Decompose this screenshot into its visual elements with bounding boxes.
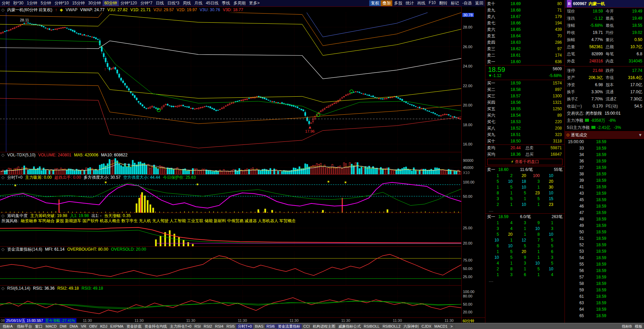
bid-row[interactable]: 买四18.561321 [485, 99, 565, 106]
main-header[interactable]: ◇内蒙一机(60分钟 前复权)↑◆VWAPVWAP: 24.77V1U: 27.… [0, 6, 462, 13]
toolbar-tab-VR[interactable]: VR [79, 324, 88, 328]
分时T+0-header[interactable]: ◇分时T+0主力吸筹: 0.00趁跌出手: 0.00多方强度大小: 30.57空… [0, 174, 462, 180]
toolbar-tab-DMI[interactable]: DMI [58, 324, 68, 328]
pane-collapse-icon[interactable]: ◇ [1, 213, 4, 218]
toolbar-tab-RSIBOLL[interactable]: RSIBOLL [362, 324, 381, 328]
toolbar-tab-窗口[interactable]: 窗口 [34, 324, 44, 329]
toolbar-tab-资金抄底[interactable]: 资金抄底 [125, 324, 143, 329]
level-price[interactable]: 18.50 [500, 138, 521, 144]
main-plot[interactable]: 28.1117.96↑ [0, 13, 461, 152]
level-price[interactable]: 18.65 [500, 26, 521, 33]
toolbar-tab-OBV[interactable]: OBV [88, 324, 99, 328]
level-price[interactable]: 18.54 [500, 112, 521, 119]
level-price[interactable]: 18.58 [500, 86, 521, 93]
toolbar-tab-RSI2[interactable]: RSI2 [202, 324, 214, 328]
bid-row[interactable]: 买二18.58897 [485, 86, 565, 93]
indicator-name[interactable]: VWAP [66, 7, 77, 12]
toolbar-tab-CJDX[interactable]: CJDX [420, 324, 433, 328]
sell-queue-more[interactable]: .... [485, 208, 565, 213]
RSI(6,14,14)-header[interactable]: ◇RSI(6,14,14)RSI1: 36.36RSI2: 49.18RSI3:… [0, 285, 462, 291]
资金流量指标(14,6)-header[interactable]: ◇资金流量指标(14,6)MFI: 61.14OVERBOUGHT: 80.00… [0, 246, 462, 252]
pane-name[interactable]: 资金流量指标(14,6) [7, 247, 42, 252]
toolbar-tab-RSI4[interactable]: RSI4 [214, 324, 225, 328]
toolbar-tab-MACD1[interactable]: MACD1 [433, 324, 449, 328]
bid-row[interactable]: 买七18.53220 [485, 119, 565, 125]
level-price[interactable]: 18.66 [500, 20, 521, 26]
level-price[interactable]: 18.64 [500, 33, 521, 39]
thousand-level-link[interactable]: ⚡查看千档盘口 [487, 159, 562, 165]
rsi-plot[interactable] [0, 291, 461, 317]
ask-row[interactable]: 卖三18.6297 [485, 46, 565, 52]
toolbar-tab-主力持仓T+0[interactable]: 主力持仓T+0 [168, 324, 193, 329]
toolbar-tab-KDJ[interactable]: KDJ [99, 324, 109, 328]
stock-header[interactable]: R600967内蒙一机 [565, 0, 644, 8]
toolbar-tab-RSI[interactable]: RSI [193, 324, 202, 328]
chart-area[interactable]: 40天 □ ▣ ◇内蒙一机(60分钟 前复权)↑◆VWAPVWAP: 24.77… [0, 0, 485, 323]
bid-row[interactable]: 买三18.571300 [485, 93, 565, 99]
pane-collapse-icon[interactable]: ◇ [1, 247, 4, 252]
tick-list-title[interactable]: ⊙逐笔成交▼ [565, 131, 644, 139]
level-price[interactable]: 18.62 [500, 46, 521, 52]
ask-row[interactable]: 卖一18.60636 [485, 59, 565, 65]
level-price[interactable]: 18.51 [500, 132, 521, 138]
toolbar-tab-威廉指标公式[interactable]: 威廉指标公式 [337, 324, 362, 329]
level-price[interactable]: 18.52 [500, 125, 521, 132]
vol-plot[interactable] [0, 157, 461, 174]
ask-row[interactable]: 卖四18.63286 [485, 39, 565, 46]
level-price[interactable]: 18.69 [500, 1, 521, 7]
toolbar-tab-CCI[interactable]: CCI [302, 324, 311, 328]
thousand-level-text[interactable]: 查看千档盘口 [515, 159, 539, 164]
toolbar-tab-DMA[interactable]: DMA [68, 324, 79, 328]
level-price[interactable]: 18.67 [500, 14, 521, 20]
toolbar-btn-指标B[interactable]: 指标B [621, 324, 633, 329]
bid-row[interactable]: 买十18.503118 [485, 138, 565, 144]
toolbar-tab->[interactable]: > [449, 324, 454, 328]
dropdown-icon[interactable]: ▼ [638, 132, 642, 138]
toolbar-tab-MACD[interactable]: MACD [44, 324, 58, 328]
toolbar-tab-资金持仓均线[interactable]: 资金持仓均线 [143, 324, 168, 329]
level-price[interactable]: 18.63 [500, 39, 521, 46]
level-price[interactable]: 18.56 [500, 99, 521, 106]
toolbar-tab-RSIBOLL2[interactable]: RSIBOLL2 [381, 324, 402, 328]
pane-name[interactable]: 分时T+0 [7, 175, 22, 180]
筹码集中度-header[interactable]: ◇筹码集中度主力筹码突破: 19.98入1: 19.98出1: -当天涨幅: 0… [0, 213, 462, 218]
t0-plot[interactable]: ✶✶✶✶✶ [0, 180, 461, 213]
pane-collapse-icon[interactable]: ◇ [1, 175, 4, 180]
level-price[interactable]: 18.60 [500, 59, 521, 65]
ask-row[interactable]: 卖七18.66194 [485, 20, 565, 26]
toolbar-tab-RSI6[interactable]: RSI6 [265, 324, 276, 328]
bid-row[interactable]: 买一18.591574 [485, 80, 565, 86]
bid-row[interactable]: 买六18.5489 [485, 112, 565, 119]
style-tags[interactable]: 融资融券 军民融合 蒙股 新能源车 国产软件 机器人概念 数字孪生 无人机 无人… [21, 218, 296, 223]
pane-collapse-icon[interactable]: ◇ [1, 7, 4, 12]
toolbar-tab-六脉神剑[interactable]: 六脉神剑 [402, 324, 420, 329]
toolbar-tab-RSI5[interactable]: RSI5 [225, 324, 236, 328]
buy-queue-more[interactable]: .... [485, 278, 565, 284]
ask-row[interactable]: 卖二18.61174 [485, 52, 565, 59]
toolbar-tab-机构进程主图[interactable]: 机构进程主图 [311, 324, 337, 329]
level-price[interactable]: 18.61 [500, 52, 521, 59]
ask-row[interactable]: 卖六18.65439 [485, 26, 565, 33]
toolbar-indicator-a[interactable]: 指标A [0, 324, 16, 329]
level-price[interactable]: 18.57 [500, 93, 521, 99]
toolbar-tab-分时T+0[interactable]: 分时T+0 [236, 324, 253, 329]
pane-name[interactable]: RSI(6,14,14) [7, 286, 30, 291]
level-price[interactable]: 18.53 [500, 119, 521, 125]
toolbar-tab-EXPMA[interactable]: EXPMA [109, 324, 125, 328]
bid-row[interactable]: 买八18.52208 [485, 125, 565, 132]
toolbar-tab-BIAS[interactable]: BIAS [253, 324, 265, 328]
bid-row[interactable]: 买五18.551250 [485, 106, 565, 112]
pane-name[interactable]: VOL-TDX(5,10) [7, 153, 35, 157]
ask-row[interactable]: 卖五18.6470 [485, 33, 565, 39]
toolbar-tab-资金流量指标[interactable]: 资金流量指标 [276, 324, 302, 329]
pane-name[interactable]: 筹码集中度 [7, 213, 28, 219]
chip-plot[interactable] [0, 224, 461, 246]
pane-collapse-icon[interactable]: ◇ [1, 153, 4, 157]
level-price[interactable]: 18.59 [500, 80, 521, 86]
pane-collapse-icon[interactable]: ◇ [1, 286, 4, 291]
ask-row[interactable]: 卖十18.6980 [485, 1, 565, 7]
bid-row[interactable]: 买九18.51323 [485, 132, 565, 138]
VOL-TDX(5,10)-header[interactable]: ◇VOL-TDX(5,10)VOLUME: 240801MA5: 420006M… [0, 152, 462, 158]
ask-row[interactable]: 卖八18.67179 [485, 14, 565, 20]
ask-row[interactable]: 卖九18.6871 [485, 7, 565, 14]
